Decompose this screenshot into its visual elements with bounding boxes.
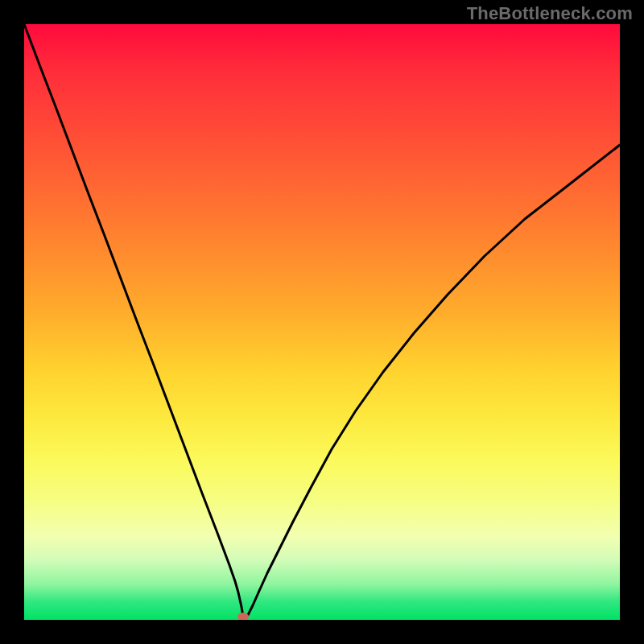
chart-svg — [24, 24, 620, 620]
plot-area — [24, 24, 620, 620]
bottleneck-curve — [24, 24, 620, 618]
watermark-text: TheBottleneck.com — [467, 3, 633, 24]
marker-dot — [237, 613, 249, 620]
chart-frame: TheBottleneck.com — [0, 0, 644, 644]
